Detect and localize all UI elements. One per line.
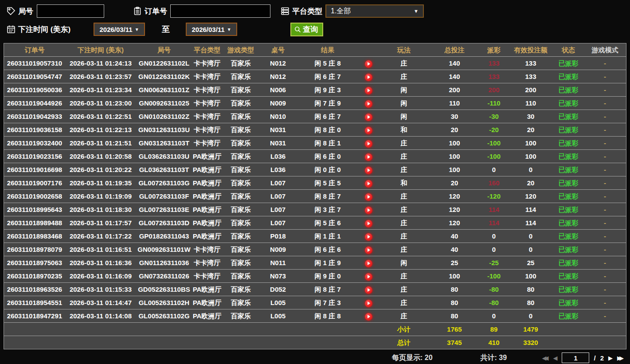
cell-table-no: N073: [259, 270, 297, 282]
cell-game-type: 百家乐: [222, 203, 259, 216]
cell-platform-type: 卡卡湾厅: [192, 123, 222, 136]
cell-table-no: L007: [259, 190, 297, 203]
cell-total-bet: 80: [430, 283, 479, 296]
cell-game-mode: -: [584, 203, 626, 216]
cell-total-bet: 140: [430, 70, 479, 83]
cell-table-no: L007: [259, 203, 297, 216]
cell-total-bet: 200: [430, 83, 479, 96]
play-video-icon[interactable]: [365, 127, 372, 134]
play-video-icon[interactable]: [365, 114, 372, 121]
cell-result: 闲 0 庄 0: [297, 163, 359, 176]
cell-game-mode: -: [584, 137, 626, 149]
play-video-icon[interactable]: [365, 300, 372, 307]
cell-table-no: N031: [259, 123, 297, 136]
cell-payout: -30: [479, 110, 509, 123]
cell-valid-bet: 114: [509, 203, 553, 216]
cell-result: 闲 6 庄 0: [297, 150, 359, 163]
play-video-icon[interactable]: [365, 180, 372, 188]
cell-game-mode: -: [584, 70, 626, 83]
cell-game-type: 百家乐: [222, 309, 259, 322]
prev-page-icon[interactable]: ◀: [553, 355, 557, 361]
play-video-icon[interactable]: [365, 74, 372, 81]
play-video-icon[interactable]: [365, 207, 372, 214]
table-row: 2603110189780792026-03-11 01:16:51GN0092…: [4, 243, 626, 256]
last-page-icon[interactable]: ▶▶: [617, 355, 624, 361]
cell-total-bet: 100: [430, 150, 479, 163]
play-video-icon[interactable]: [365, 273, 372, 281]
play-video-icon[interactable]: [365, 286, 372, 294]
cell-bet-time: 2026-03-11 01:20:58: [65, 150, 136, 163]
cell-play-type: 庄: [378, 230, 430, 243]
col-payout: 派彩: [479, 43, 509, 56]
cell-table-no: L036: [259, 163, 297, 176]
cell-status: 已派彩: [553, 270, 584, 282]
play-video-icon[interactable]: [365, 140, 372, 148]
cell-total-bet: 120: [430, 203, 479, 216]
cell-game-type: 百家乐: [222, 283, 259, 296]
date-from-picker[interactable]: 2026/03/11 ▼: [94, 23, 145, 36]
next-page-icon[interactable]: ▶: [608, 355, 613, 361]
cell-order-id: 260311019044926: [4, 97, 65, 110]
total-pages: 2: [600, 354, 604, 362]
cell-table-no: P018: [259, 230, 297, 243]
cell-table-no: N011: [259, 256, 297, 269]
play-video-icon[interactable]: [365, 60, 372, 68]
table-row: 2603110190231562026-03-11 01:20:58GL0362…: [4, 150, 626, 163]
cell-valid-bet: 100: [509, 270, 553, 282]
cell-table-no: N012: [259, 57, 297, 70]
cell-table-no: L007: [259, 216, 297, 229]
current-page-input[interactable]: 1: [562, 352, 589, 363]
cell-game-no: GL0072631103F: [136, 190, 192, 203]
table-row: 2603110190449262026-03-11 01:23:00GN0092…: [4, 97, 626, 110]
play-video-icon[interactable]: [365, 313, 372, 321]
cell-game-no: GL0362631103U: [136, 150, 192, 163]
cell-result: 闲 8 庄 0: [297, 123, 359, 136]
play-video-icon[interactable]: [365, 153, 372, 161]
cell-game-type: 百家乐: [222, 97, 259, 110]
first-page-icon[interactable]: ◀◀: [542, 355, 548, 361]
play-video-icon[interactable]: [365, 167, 372, 174]
cell-status: 已派彩: [553, 203, 584, 216]
cell-result: 闲 8 庄 1: [297, 137, 359, 149]
play-video-icon[interactable]: [365, 220, 372, 227]
cell-payout: 133: [479, 57, 509, 70]
subtotal-label: 小计: [378, 323, 430, 336]
cell-play-type: 庄: [378, 296, 430, 309]
order-no-input[interactable]: [170, 4, 270, 18]
game-no-input[interactable]: [37, 4, 104, 18]
play-video-icon[interactable]: [365, 87, 372, 94]
search-button[interactable]: 查询: [290, 23, 323, 36]
cell-bet-time: 2026-03-11 01:16:09: [65, 270, 136, 282]
col-game-type: 游戏类型: [222, 43, 259, 56]
cell-game-no: GL0362631103T: [136, 163, 192, 176]
cell-game-mode: -: [584, 97, 626, 110]
play-video-icon[interactable]: [365, 193, 372, 201]
cell-play-type: 庄: [378, 270, 430, 282]
cell-replay: [359, 243, 378, 256]
play-video-icon[interactable]: [365, 247, 372, 254]
cell-game-no: GP01826311043: [136, 230, 192, 243]
cell-platform-type: PA欧洲厅: [192, 176, 222, 189]
cell-payout: -20: [479, 123, 509, 136]
cell-total-bet: 100: [430, 163, 479, 176]
cell-valid-bet: 80: [509, 283, 553, 296]
cell-platform-type: PA欧洲厅: [192, 190, 222, 203]
cell-valid-bet: 114: [509, 216, 553, 229]
cell-valid-bet: 0: [509, 230, 553, 243]
cell-platform-type: 卡卡湾厅: [192, 137, 222, 149]
cell-game-mode: -: [584, 243, 626, 256]
cell-game-type: 百家乐: [222, 190, 259, 203]
cell-status: 已派彩: [553, 309, 584, 322]
play-video-icon[interactable]: [365, 233, 372, 241]
play-video-icon[interactable]: [365, 260, 372, 267]
cell-total-bet: 120: [430, 216, 479, 229]
date-to-picker[interactable]: 2026/03/11 ▼: [186, 23, 237, 36]
cell-result: 闲 7 庄 9: [297, 97, 359, 110]
cell-game-type: 百家乐: [222, 123, 259, 136]
cell-result: 闲 1 庄 9: [297, 256, 359, 269]
cell-game-type: 百家乐: [222, 70, 259, 83]
cell-replay: [359, 150, 378, 163]
cell-game-no: GN0312631103U: [136, 123, 192, 136]
play-video-icon[interactable]: [365, 100, 372, 108]
platform-select[interactable]: 1.全部 ▼: [325, 4, 424, 18]
